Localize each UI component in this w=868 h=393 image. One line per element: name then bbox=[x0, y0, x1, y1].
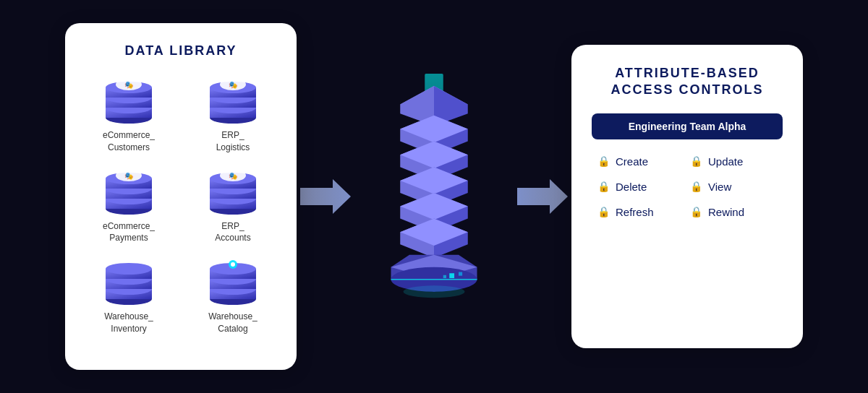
db-icon-warehouse-inventory bbox=[100, 257, 158, 306]
db-label-ecommerce-customers: eCommerce_Customers bbox=[103, 129, 155, 154]
svg-text:🎭: 🎭 bbox=[229, 80, 238, 90]
svg-marker-80 bbox=[517, 179, 568, 214]
db-item-ecommerce-payments: 🎭 eCommerce_Payments bbox=[82, 167, 175, 245]
lock-icon-create: 🔒 bbox=[597, 155, 610, 167]
db-icon-ecommerce-customers: 🎭 bbox=[100, 76, 158, 125]
lock-icon-view: 🔒 bbox=[690, 181, 702, 192]
left-flow-arrow bbox=[300, 175, 351, 218]
svg-marker-52 bbox=[300, 179, 351, 214]
permission-delete: 🔒 Delete bbox=[597, 181, 684, 193]
permissions-grid: 🔒 Create 🔒 Update 🔒 Delete 🔒 View 🔒 Refr… bbox=[592, 155, 783, 218]
permission-label-update: Update bbox=[708, 155, 743, 168]
db-icon-ecommerce-payments: 🎭 bbox=[100, 167, 158, 216]
left-arrow-container bbox=[297, 175, 354, 218]
lock-icon-rewind: 🔒 bbox=[690, 206, 702, 217]
svg-text:🎭: 🎭 bbox=[124, 171, 134, 181]
permission-label-refresh: Refresh bbox=[616, 206, 654, 218]
db-item-erp-accounts: 🎭 ERP_Accounts bbox=[187, 167, 279, 245]
svg-text:🎭: 🎭 bbox=[229, 171, 238, 181]
svg-rect-77 bbox=[459, 272, 462, 276]
db-item-ecommerce-customers: 🎭 eCommerce_Customers bbox=[82, 76, 175, 154]
data-library-panel: DATA LIBRARY bbox=[65, 23, 297, 370]
right-flow-arrow bbox=[517, 175, 568, 218]
svg-point-51 bbox=[231, 262, 235, 267]
db-item-erp-logistics: 🎭 ERP_Logistics bbox=[187, 76, 279, 154]
lock-icon-delete: 🔒 bbox=[597, 181, 610, 192]
lock-icon-update: 🔒 bbox=[690, 155, 702, 167]
permission-view: 🔒 View bbox=[690, 181, 777, 193]
permission-update: 🔒 Update bbox=[690, 155, 777, 168]
right-arrow-container bbox=[514, 175, 571, 218]
database-grid: 🎭 eCommerce_Customers bbox=[82, 76, 279, 335]
access-controls-panel: ATTRIBUTE-BASED ACCESS CONTROLS Engineer… bbox=[571, 45, 803, 348]
svg-rect-76 bbox=[449, 273, 454, 278]
svg-point-42 bbox=[106, 263, 152, 275]
permission-create: 🔒 Create bbox=[597, 155, 684, 168]
db-label-warehouse-inventory: Warehouse_Inventory bbox=[104, 311, 153, 335]
permission-label-create: Create bbox=[616, 155, 648, 168]
permission-label-rewind: Rewind bbox=[708, 206, 744, 218]
permission-rewind: 🔒 Rewind bbox=[690, 206, 777, 218]
team-badge: Engineering Team Alpha bbox=[592, 113, 783, 139]
lock-icon-refresh: 🔒 bbox=[597, 206, 610, 217]
access-controls-title: ATTRIBUTE-BASED ACCESS CONTROLS bbox=[592, 65, 783, 99]
permission-refresh: 🔒 Refresh bbox=[597, 206, 684, 218]
db-label-erp-logistics: ERP_Logistics bbox=[216, 129, 250, 154]
db-icon-erp-logistics: 🎭 bbox=[204, 76, 262, 125]
main-container: DATA LIBRARY bbox=[0, 0, 868, 393]
svg-text:🎭: 🎭 bbox=[124, 80, 134, 90]
svg-point-79 bbox=[404, 285, 465, 298]
svg-rect-78 bbox=[443, 275, 446, 278]
central-building-icon bbox=[373, 59, 495, 334]
db-label-warehouse-catalog: Warehouse_Catalog bbox=[208, 311, 258, 335]
db-item-warehouse-catalog: Warehouse_Catalog bbox=[187, 257, 279, 335]
db-item-warehouse-inventory: Warehouse_Inventory bbox=[82, 257, 175, 335]
db-icon-erp-accounts: 🎭 bbox=[204, 167, 262, 216]
center-building-container bbox=[354, 59, 514, 334]
db-label-erp-accounts: ERP_Accounts bbox=[215, 220, 250, 245]
db-label-ecommerce-payments: eCommerce_Payments bbox=[103, 220, 155, 245]
data-library-title: DATA LIBRARY bbox=[82, 43, 279, 59]
permission-label-view: View bbox=[708, 181, 731, 193]
db-icon-warehouse-catalog bbox=[204, 257, 262, 306]
permission-label-delete: Delete bbox=[616, 181, 647, 193]
